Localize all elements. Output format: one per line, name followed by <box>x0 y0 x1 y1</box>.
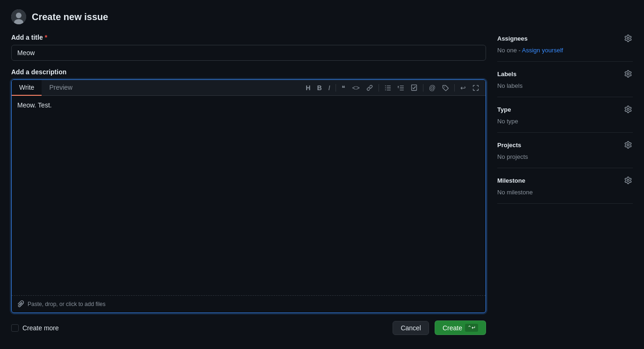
type-value: No type <box>497 118 633 125</box>
numbered-list-button[interactable] <box>395 83 407 93</box>
assignees-header: Assignees <box>497 34 633 43</box>
bullet-list-button[interactable] <box>382 83 394 93</box>
create-shortcut: ⌃↵ <box>465 324 478 332</box>
labels-gear-button[interactable] <box>623 69 633 78</box>
avatar <box>11 9 26 24</box>
write-tab[interactable]: Write <box>12 80 42 96</box>
undo-button[interactable]: ↩ <box>458 83 469 93</box>
cancel-button[interactable]: Cancel <box>393 321 429 335</box>
actions-row: Create more Cancel Create ⌃↵ <box>11 321 486 335</box>
milestone-value: No milestone <box>497 189 633 196</box>
cross-ref-button[interactable] <box>439 83 451 93</box>
labels-header: Labels <box>497 69 633 78</box>
editor-tabs: Write Preview H B I ❝ <box>12 80 486 96</box>
create-more-checkbox[interactable] <box>11 324 19 332</box>
required-indicator: * <box>45 34 47 41</box>
quote-button[interactable]: ❝ <box>339 83 348 93</box>
page-title: Create new issue <box>32 12 108 22</box>
description-textarea[interactable]: Meow. Test. <box>17 101 480 288</box>
left-panel: Add a title * Add a description Write Pr… <box>11 34 486 335</box>
toolbar-divider-1 <box>336 84 336 92</box>
milestone-header: Milestone <box>497 176 633 185</box>
labels-value: No labels <box>497 82 633 89</box>
labels-title: Labels <box>497 71 516 78</box>
gear-icon <box>624 35 632 42</box>
milestone-title: Milestone <box>497 177 525 184</box>
page-container: Create new issue Add a title * Add a des… <box>0 0 644 344</box>
labels-gear-icon <box>624 70 632 78</box>
right-panel: Assignees No one - Assign yourself La <box>497 34 633 335</box>
toolbar: H B I ❝ <> <box>80 81 486 95</box>
title-input[interactable] <box>11 45 486 61</box>
heading-button[interactable]: H <box>303 83 313 93</box>
milestone-gear-button[interactable] <box>623 176 633 185</box>
title-label: Add a title * <box>11 34 486 41</box>
bold-button[interactable]: B <box>314 83 324 93</box>
preview-tab[interactable]: Preview <box>42 80 80 96</box>
main-content: Add a title * Add a description Write Pr… <box>11 34 633 335</box>
description-label: Add a description <box>11 68 486 76</box>
fullscreen-button[interactable] <box>470 83 482 93</box>
header: Create new issue <box>11 9 633 24</box>
italic-button[interactable]: I <box>326 83 333 93</box>
projects-gear-button[interactable] <box>623 140 633 150</box>
create-button[interactable]: Create ⌃↵ <box>435 321 486 335</box>
editor-container: Write Preview H B I ❝ <box>11 79 486 313</box>
mention-button[interactable]: @ <box>426 83 438 93</box>
type-section: Type No type <box>497 97 633 133</box>
svg-point-1 <box>16 13 21 18</box>
assignees-section: Assignees No one - Assign yourself <box>497 34 633 62</box>
milestone-section: Milestone No milestone <box>497 168 633 204</box>
projects-gear-icon <box>624 141 632 149</box>
projects-value: No projects <box>497 153 633 160</box>
type-gear-button[interactable] <box>623 105 633 114</box>
toolbar-divider-3 <box>423 84 423 92</box>
labels-section: Labels No labels <box>497 62 633 97</box>
paperclip-icon <box>17 300 25 308</box>
assignees-gear-button[interactable] <box>623 34 633 43</box>
toolbar-divider-2 <box>379 84 379 92</box>
assignees-title: Assignees <box>497 35 528 42</box>
link-button[interactable] <box>364 83 376 93</box>
task-list-button[interactable] <box>408 83 420 93</box>
type-gear-icon <box>624 106 632 113</box>
create-more-label[interactable]: Create more <box>11 324 59 332</box>
assign-yourself-link[interactable]: Assign yourself <box>522 47 563 54</box>
projects-section: Projects No projects <box>497 133 633 168</box>
projects-title: Projects <box>497 142 521 149</box>
type-header: Type <box>497 105 633 114</box>
editor-body[interactable]: Meow. Test. <box>12 96 486 295</box>
milestone-gear-icon <box>624 177 632 184</box>
toolbar-divider-4 <box>454 84 455 92</box>
type-title: Type <box>497 106 511 113</box>
assignees-value: No one - Assign yourself <box>497 47 633 54</box>
file-attach-text: Paste, drop, or click to add files <box>28 301 106 307</box>
code-button[interactable]: <> <box>349 83 362 93</box>
file-attach-area[interactable]: Paste, drop, or click to add files <box>12 295 486 313</box>
projects-header: Projects <box>497 140 633 150</box>
